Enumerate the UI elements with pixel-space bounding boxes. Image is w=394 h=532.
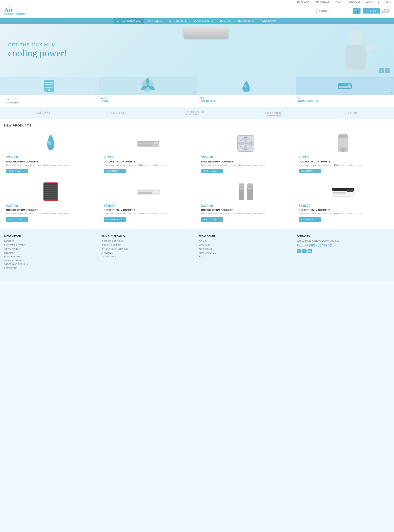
nav-air-filters[interactable]: AIR FILTERS (144, 18, 166, 24)
svg-rect-38 (339, 144, 347, 145)
footer-link-advanced-search[interactable]: ADVANCED SEARCH (4, 259, 98, 262)
cat-line2-humidifiers: HUMIDIFIERS (199, 99, 217, 103)
nav-ventilation[interactable]: VENTILATION (257, 18, 280, 24)
footer-link-privacy[interactable]: PRIVACY POLICY (4, 248, 98, 251)
footer-link-view-cart[interactable]: VIEW CART (199, 244, 293, 247)
nav-humidifiers[interactable]: HUMIDIFIERS (235, 18, 257, 24)
brand-sanyo[interactable]: SANYO (36, 111, 50, 115)
hero-prev-button[interactable]: ‹ (379, 68, 384, 73)
topbar-checkout[interactable]: CHECKOUT (349, 1, 360, 3)
cat-image-conditioners (296, 77, 394, 95)
social-google[interactable]: G+ (307, 249, 312, 253)
add-to-cart-btn-7[interactable]: ADD TO CART 🛒 (201, 217, 223, 222)
search-input[interactable] (317, 8, 353, 14)
product-desc-6: Donec vitae diam id purus luctus finiss.… (104, 212, 193, 215)
footer-link-sitemap[interactable]: SITE MAP (4, 251, 98, 255)
topbar-myaccount[interactable]: MY ACCOUNT (297, 1, 311, 3)
svg-rect-65 (248, 191, 252, 191)
cat-card-fans[interactable]: CEILING FANS › (98, 77, 197, 107)
language-selector[interactable]: En ▾ (386, 1, 390, 3)
cart-icon-6: 🛒 (121, 218, 123, 221)
footer-link-wishlist[interactable]: MY WISHLIST (199, 248, 293, 251)
footer-link-track-order[interactable]: TRACK MY ORDER (199, 251, 293, 255)
footer-link-shipping[interactable]: SHIPPING & RETURNS (102, 240, 195, 243)
product-name-3: DOLORE IPSUM COMMETE (201, 160, 290, 163)
footer-link-help[interactable]: HELP (199, 255, 293, 258)
product-desc-8: Donec vitae diam id purus luctus finiss.… (299, 212, 388, 215)
svg-rect-5 (45, 84, 53, 85)
product-price-1: $339.00 (6, 155, 95, 159)
add-to-cart-btn-1[interactable]: ADD TO CART 🛒 (6, 169, 28, 173)
svg-rect-70 (333, 192, 346, 193)
footer-link-signin[interactable]: SIGN IN (199, 240, 293, 243)
footer-link-group-sales[interactable]: GROUP SALES (102, 255, 195, 258)
svg-rect-63 (248, 188, 252, 189)
cat-card-humidifiers[interactable]: AIR HUMIDIFIERS › (197, 77, 296, 107)
product-name-7: DOLORE IPSUM COMMETE (201, 209, 290, 212)
product-desc-3: Donec vitae diam id purus luctus finiss.… (201, 164, 290, 167)
footer-contacts-title: CONTACTS (297, 235, 390, 238)
add-to-cart-btn-4[interactable]: ADD TO CART 🛒 (299, 169, 321, 173)
nav-dehumidifiers[interactable]: DEHUMIDIFIERS (190, 18, 216, 24)
logo-conditioning-text: CONDITIONING (4, 13, 25, 15)
svg-point-32 (244, 145, 247, 152)
nav-air-purifiers[interactable]: AIR PURIFIERS (166, 18, 191, 24)
cat-image-fans (98, 77, 197, 95)
nav-air-conditioners[interactable]: AIR CONDITIONERS (114, 18, 144, 24)
footer-link-orders-returns[interactable]: ORDERS AND RETURNS (4, 263, 98, 266)
brand-mitsubishi[interactable]: ⚡ MITSUBISHIELECTRIC (186, 110, 205, 116)
social-facebook[interactable]: f (302, 249, 306, 253)
product-price-4: $339.00 (299, 155, 388, 159)
footer-link-search-terms[interactable]: SEARCH TERMS (4, 255, 98, 258)
brand-york[interactable]: ⊞ YORK (344, 111, 358, 115)
svg-point-33 (237, 142, 245, 145)
site-logo[interactable]: Air CONDITIONING (4, 6, 25, 15)
add-to-cart-btn-3[interactable]: ADD TO CART 🛒 (201, 169, 223, 173)
svg-rect-62 (247, 183, 253, 187)
currency-selector[interactable]: $ ▾ (378, 1, 380, 3)
footer-link-customer-service[interactable]: CUSTOMER SERVICE (4, 244, 98, 247)
footer-link-contact[interactable]: CONTACT US (4, 267, 98, 270)
add-to-cart-btn-2[interactable]: ADD TO CART 🛒 (104, 169, 126, 173)
product-card-6: $339.00 DOLORE IPSUM COMMETE Donec vitae… (102, 180, 195, 224)
brand-carrier[interactable]: Carrier (265, 111, 283, 116)
product-card-8: $339.00 DOLORE IPSUM COMMETE Donec vitae… (297, 180, 390, 224)
svg-rect-25 (138, 144, 152, 145)
product-name-8: DOLORE IPSUM COMMETE (299, 209, 388, 212)
footer-link-affiliates[interactable]: AFFILIATES (102, 251, 195, 255)
hero-person (333, 26, 378, 77)
main-nav: AIR CONDITIONERS AIR FILTERS AIR PURIFIE… (0, 18, 394, 24)
topbar-cart[interactable]: MY CART (335, 1, 344, 3)
footer-link-intl-shipping[interactable]: INTERNATIONAL SHIPPING (102, 248, 195, 251)
hero-next-button[interactable]: › (385, 68, 390, 73)
add-to-cart-label-8: ADD TO CART (301, 218, 315, 221)
svg-rect-44 (45, 187, 57, 188)
cat-card-purifiers[interactable]: AIR PURIFIERS › (0, 77, 98, 107)
search-button[interactable]: 🔍 (353, 8, 360, 14)
hero-nav-buttons: ‹ › (379, 68, 390, 73)
product-name-1: DOLORE IPSUM COMMETE (6, 160, 95, 163)
social-twitter[interactable]: T (297, 249, 301, 253)
topbar-wishlist[interactable]: MY WISHLIST (316, 1, 329, 3)
cat-card-conditioners[interactable]: AIR CONDITIONERS › (296, 77, 394, 107)
cat-arrow-humidifiers: › (292, 90, 294, 94)
header: Air CONDITIONING 🔍 🛒 My Cart 0 item(s) $… (0, 4, 394, 18)
add-to-cart-btn-5[interactable]: ADD TO CART 🛒 (6, 217, 28, 222)
svg-point-40 (342, 148, 345, 151)
product-price-5: $339.00 (6, 204, 95, 208)
cart-button[interactable]: 🛒 My Cart (363, 8, 380, 14)
footer-link-about[interactable]: ABOUT US (4, 240, 98, 243)
add-to-cart-btn-8[interactable]: ADD TO CART 🛒 (299, 217, 321, 222)
footer-information-title: INFORMATION (4, 235, 98, 238)
brand-fujitsu[interactable]: Fujitsu (111, 111, 126, 115)
product-image-4 (299, 133, 388, 154)
products-title: NEW PRODUCTS (4, 124, 390, 127)
brands-bar: SANYO Fujitsu ⚡ MITSUBISHIELECTRIC Carri… (0, 107, 394, 119)
footer-link-secure[interactable]: SECURE SHOPPING (102, 244, 195, 247)
add-to-cart-label-3: ADD TO CART (204, 170, 217, 172)
topbar-login[interactable]: LOG IN (366, 1, 373, 3)
add-to-cart-btn-6[interactable]: ADD TO CART 🛒 (104, 217, 126, 222)
nav-ducting[interactable]: DUCTING (217, 18, 235, 24)
svg-point-30 (244, 135, 247, 142)
footer-address: 3981 MARJORA ROAD, GLASGOW, G54 8NW (297, 240, 390, 243)
